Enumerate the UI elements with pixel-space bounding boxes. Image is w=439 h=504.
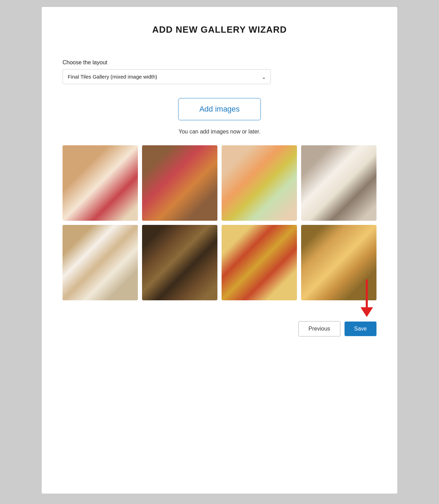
layout-label: Choose the layout [63,59,376,66]
arrow-line [366,279,368,307]
image-cell [301,145,376,221]
image-cell [142,145,217,221]
wizard-title: ADD NEW GALLERY WIZARD [63,24,376,35]
layout-select-wrapper: Final Tiles Gallery (mixed image width)G… [63,69,271,84]
layout-section: Choose the layout Final Tiles Gallery (m… [63,59,376,84]
add-images-button[interactable]: Add images [178,98,261,120]
add-images-section: Add images You can add images now or lat… [63,98,376,135]
image-cell [222,225,297,300]
image-cell [63,225,138,300]
footer-area: Previous Save [63,321,376,336]
layout-select[interactable]: Final Tiles Gallery (mixed image width)G… [63,69,271,84]
previous-button[interactable]: Previous [298,321,340,336]
image-cell [63,145,138,221]
image-cell [142,225,217,300]
save-button[interactable]: Save [345,322,376,336]
image-cell [222,145,297,221]
arrow-head [361,307,373,317]
image-grid [63,145,376,300]
add-images-hint: You can add images now or later. [179,129,260,135]
wizard-card: ADD NEW GALLERY WIZARD Choose the layout… [42,7,397,494]
arrow-indicator [361,279,373,317]
